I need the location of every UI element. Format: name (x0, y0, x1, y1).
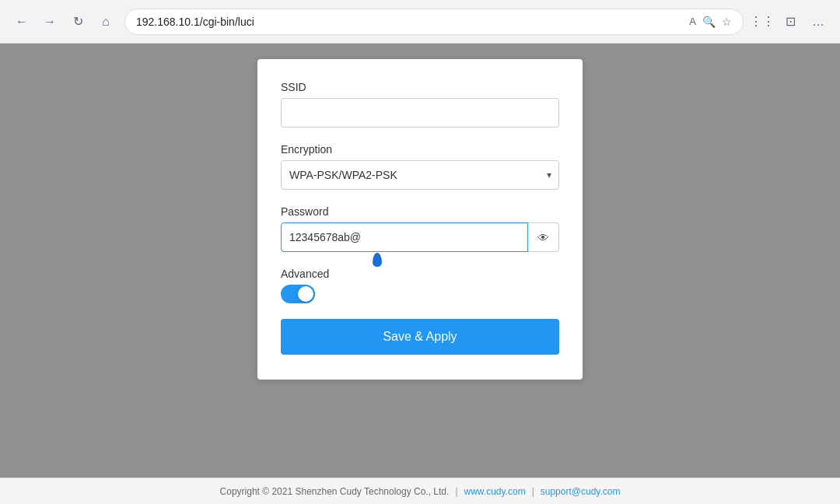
zoom-icon: 🔍 (702, 16, 716, 28)
password-label: Password (281, 205, 559, 218)
password-toggle-button[interactable]: 👁 (528, 222, 559, 252)
footer-support-link[interactable]: support@cudy.com (541, 486, 621, 497)
favorites-button[interactable]: ⋮⋮ (750, 9, 775, 34)
footer-website-link[interactable]: www.cudy.com (464, 486, 526, 497)
encryption-label: Encryption (281, 143, 559, 156)
footer-divider-1: | (455, 486, 457, 497)
form-card: SSID Encryption WPA-PSK/WPA2-PSK WPA-PSK… (257, 59, 583, 380)
save-apply-button[interactable]: Save & Apply (281, 319, 559, 355)
home-button[interactable]: ⌂ (93, 9, 118, 34)
forward-button[interactable]: → (37, 9, 62, 34)
password-input[interactable] (281, 222, 528, 252)
browser-chrome: ← → ↻ ⌂ 192.168.10.1/cgi-bin/luci A 🔍 ☆ … (0, 0, 840, 44)
reload-button[interactable]: ↻ (65, 9, 90, 34)
back-button[interactable]: ← (9, 9, 34, 34)
page-content: SSID Encryption WPA-PSK/WPA2-PSK WPA-PSK… (0, 44, 840, 504)
font-size-icon: A (689, 16, 696, 27)
nav-buttons: ← → ↻ ⌂ (9, 9, 118, 34)
url-text: 192.168.10.1/cgi-bin/luci (136, 16, 683, 28)
encryption-select[interactable]: WPA-PSK/WPA2-PSK WPA-PSK WPA2-PSK None (281, 160, 559, 190)
page-footer: Copyright © 2021 Shenzhen Cudy Technolog… (0, 478, 840, 504)
toolbar-icons: ⋮⋮ ⊡ … (750, 9, 831, 34)
ssid-group: SSID (281, 81, 559, 128)
collections-button[interactable]: ⊡ (778, 9, 803, 34)
password-group: Password 👁 (281, 205, 559, 252)
ssid-label: SSID (281, 81, 559, 93)
encryption-group: Encryption WPA-PSK/WPA2-PSK WPA-PSK WPA2… (281, 143, 559, 190)
footer-copyright: Copyright © 2021 Shenzhen Cudy Technolog… (220, 486, 450, 497)
advanced-toggle[interactable] (281, 285, 315, 303)
toggle-container (281, 285, 559, 303)
star-icon: ☆ (722, 16, 732, 28)
more-button[interactable]: … (806, 9, 831, 34)
password-tooltip (373, 254, 382, 266)
password-wrapper: 👁 (281, 222, 559, 252)
drop-shape (373, 253, 382, 267)
ssid-input[interactable] (281, 98, 559, 128)
eye-icon: 👁 (537, 231, 549, 244)
address-bar[interactable]: 192.168.10.1/cgi-bin/luci A 🔍 ☆ (124, 9, 744, 35)
footer-divider-2: | (532, 486, 534, 497)
advanced-section: Advanced (281, 268, 559, 303)
advanced-label: Advanced (281, 268, 559, 280)
toggle-knob (298, 286, 313, 302)
encryption-select-wrapper: WPA-PSK/WPA2-PSK WPA-PSK WPA2-PSK None ▾ (281, 160, 559, 190)
